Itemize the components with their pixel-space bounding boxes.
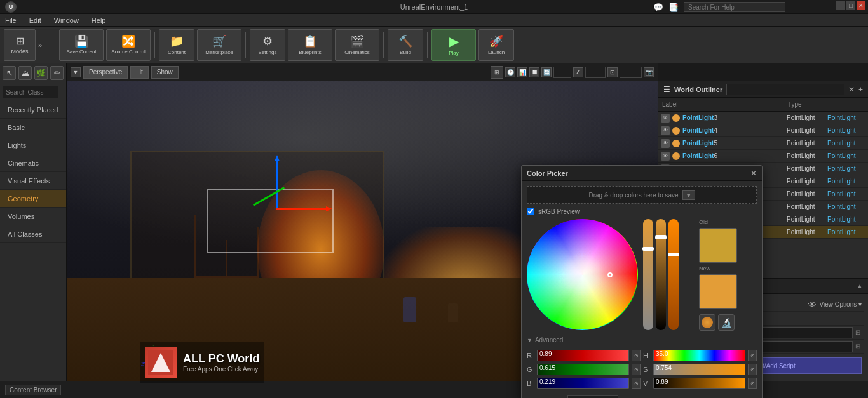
menu-help[interactable]: Help xyxy=(89,15,109,25)
search-class-input[interactable] xyxy=(3,86,58,98)
perspective-button[interactable]: Perspective xyxy=(83,66,128,79)
sidebar-item-cinematic[interactable]: Cinematic xyxy=(0,154,66,172)
table-row[interactable]: 👁 PointLight3 PointLight PointLight xyxy=(658,112,868,124)
modes-button[interactable]: ⊞ Modes xyxy=(4,29,36,61)
cp-drag-dropdown[interactable]: ▼ xyxy=(682,190,695,200)
cp-close-button[interactable]: ✕ xyxy=(750,169,757,178)
view-options-btn[interactable]: 👁 View Options ▾ xyxy=(808,300,862,310)
outliner-clear-btn[interactable]: ✕ xyxy=(848,85,855,94)
menu-window[interactable]: Window xyxy=(51,15,81,25)
eye-icon[interactable]: 👁 xyxy=(661,114,670,123)
scale-input[interactable]: 0.25 xyxy=(620,67,642,78)
eye-icon[interactable]: 👁 xyxy=(661,139,670,148)
sidebar-item-all-classes[interactable]: All Classes xyxy=(0,225,66,243)
close-button[interactable]: ✕ xyxy=(857,1,865,10)
saturation-slider[interactable] xyxy=(643,219,653,330)
angle-input[interactable]: 10° xyxy=(585,67,606,78)
mode-brush-icon[interactable]: ✏ xyxy=(50,66,64,80)
sidebar-item-volumes[interactable]: Volumes xyxy=(0,208,66,225)
menu-file[interactable]: File xyxy=(3,15,19,25)
row-type1: PointLight xyxy=(787,140,825,147)
sidebar-item-lights[interactable]: Lights xyxy=(0,136,66,154)
srgb-checkbox[interactable] xyxy=(527,208,534,215)
lit-button[interactable]: Lit xyxy=(130,66,149,79)
marketplace-button[interactable]: 🛒 Marketplace xyxy=(197,29,241,61)
search-help-input[interactable] xyxy=(684,2,785,12)
content-button[interactable]: 📁 Content xyxy=(159,29,194,61)
vp-maximize-icon[interactable]: ⊞ xyxy=(491,66,503,79)
cp-h-arrow[interactable]: ⊙ xyxy=(748,350,757,361)
table-row[interactable]: 👁 PointLight4 PointLight PointLight xyxy=(658,124,868,137)
sidebar-item-visual-effects[interactable]: Visual Effects xyxy=(0,172,66,190)
cp-new-swatch xyxy=(699,274,737,309)
viewport-toolbar: ▼ Perspective Lit Show ⊞ 🕐 📊 🔲 🔄 10 ∠ 10… xyxy=(67,63,658,81)
play-label: Play xyxy=(449,50,459,56)
blueprints-button[interactable]: 📋 Blueprints xyxy=(288,29,332,61)
eye-icon[interactable]: 👁 xyxy=(661,126,670,135)
vp-dropdown-btn[interactable]: ▼ xyxy=(71,67,81,77)
modes-expand-btn[interactable]: » xyxy=(38,41,51,49)
settings-button[interactable]: ⚙ Settings xyxy=(250,29,285,61)
cp-advanced: ▼ Advanced xyxy=(527,335,757,345)
vp-angle-icon[interactable]: ∠ xyxy=(573,67,583,77)
cp-v-arrow[interactable]: ⊙ xyxy=(748,378,757,389)
table-row[interactable]: 👁 PointLight6 PointLight PointLight xyxy=(658,150,868,163)
sidebar-item-basic[interactable]: Basic xyxy=(0,119,66,136)
toolbar-sep-1 xyxy=(55,32,55,58)
sidebar-item-recently-placed[interactable]: Recently Placed xyxy=(0,101,66,119)
vp-rotate-icon[interactable]: 🔄 xyxy=(541,67,552,77)
cinematics-button[interactable]: 🎬 Cinematics xyxy=(335,29,379,61)
hue-slider[interactable] xyxy=(668,219,679,330)
play-button[interactable]: ▶ Play xyxy=(431,29,476,61)
launch-button[interactable]: 🚀 Launch xyxy=(478,29,514,61)
cp-eyedropper-btn[interactable]: 🔬 xyxy=(718,314,735,331)
cp-hex-input[interactable]: E39D37FF xyxy=(567,395,618,398)
ws-collapse-btn[interactable]: ▲ xyxy=(857,282,863,289)
maximize-button[interactable]: □ xyxy=(846,1,855,10)
vp-stats-icon[interactable]: 📊 xyxy=(517,67,527,77)
vp-camera-icon[interactable]: 📷 xyxy=(644,67,654,77)
ws-expand-icon-1[interactable]: ⊞ xyxy=(855,329,860,336)
ws-expand-icon-2[interactable]: ⊞ xyxy=(855,343,860,350)
outliner-settings-btn[interactable]: + xyxy=(858,85,863,94)
cp-color-circle-btn[interactable] xyxy=(699,314,715,331)
cp-s-arrow[interactable]: ⊙ xyxy=(748,364,757,375)
build-button[interactable]: 🔨 Build xyxy=(388,29,423,61)
outliner-search-input[interactable]: light xyxy=(726,84,844,95)
cinematics-label: Cinematics xyxy=(344,50,370,55)
minimize-button[interactable]: ─ xyxy=(836,1,845,10)
mode-foliage-icon[interactable]: 🌿 xyxy=(34,66,48,80)
row-type2: PointLight xyxy=(827,114,865,121)
cp-b-arrow[interactable]: ⊙ xyxy=(632,378,641,389)
eye-icon[interactable]: 👁 xyxy=(661,152,670,161)
cp-g-arrow[interactable]: ⊙ xyxy=(632,364,641,375)
brightness-slider[interactable] xyxy=(656,219,666,330)
show-button[interactable]: Show xyxy=(151,66,179,79)
cp-g-row: G 0.615 ⊙ xyxy=(527,362,641,376)
table-row[interactable]: 👁 PointLight5 PointLight PointLight xyxy=(658,137,868,150)
cp-r-value: 0.89 xyxy=(539,350,552,357)
cp-advanced-toggle[interactable]: ▼ xyxy=(527,337,532,343)
vp-snap-icon[interactable]: 🔲 xyxy=(529,67,539,77)
content-browser-button[interactable]: Content Browser xyxy=(5,385,61,395)
vp-scale-icon[interactable]: ⊡ xyxy=(607,67,618,77)
row-type2: PointLight xyxy=(827,216,865,223)
cp-wheel-container[interactable] xyxy=(527,219,638,330)
cp-h-value: 35.0 xyxy=(656,350,668,357)
mode-select-icon[interactable]: ↖ xyxy=(3,66,16,80)
save-button[interactable]: 💾 Save Current xyxy=(59,29,104,61)
source-control-button[interactable]: 🔀 Source Control xyxy=(106,29,151,61)
cp-v-row: V 0.89 ⊙ xyxy=(643,376,757,390)
cp-b-value: 0.219 xyxy=(539,378,555,385)
save-icon: 💾 xyxy=(74,34,88,48)
save-label: Save Current xyxy=(66,50,96,55)
mode-landscape-icon[interactable]: ⛰ xyxy=(18,66,32,80)
color-picker-modal: Color Picker ✕ Drag & drop colors here t… xyxy=(521,165,763,398)
sidebar-item-geometry[interactable]: Geometry xyxy=(0,190,66,208)
cp-drag-zone[interactable]: Drag & drop colors here to save ▼ xyxy=(527,186,757,204)
cinematics-icon: 🎬 xyxy=(350,34,364,48)
snap-input[interactable]: 10 xyxy=(553,67,571,78)
vp-realtime-icon[interactable]: 🕐 xyxy=(505,67,515,77)
menu-edit[interactable]: Edit xyxy=(27,15,44,25)
cp-r-arrow[interactable]: ⊙ xyxy=(632,350,641,361)
